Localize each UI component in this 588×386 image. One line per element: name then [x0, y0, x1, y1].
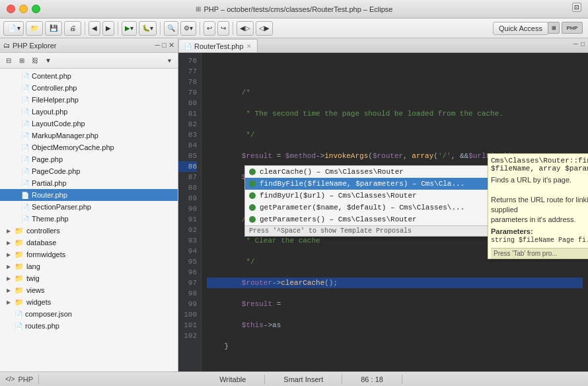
toolbar-btn-nav-next[interactable]: ◁▶ — [256, 21, 273, 36]
ac-dot-icon — [249, 192, 256, 199]
tree-item-controller[interactable]: 📄 Controller.php — [0, 82, 178, 94]
ac-item-findbyurl[interactable]: findByUrl($url) – Cms\Classes\Router — [245, 190, 488, 202]
ac-item-label: clearCache() – Cms\Classes\Router — [260, 168, 404, 176]
maximize-button[interactable] — [32, 5, 40, 13]
tree-menu-btn[interactable]: ▾ — [163, 55, 175, 67]
toolbar-btn-redo[interactable]: ↪ — [217, 21, 229, 36]
file-icon: 📄 — [21, 85, 29, 92]
resize-button[interactable]: ⊡ — [572, 3, 581, 12]
tree-item-label: controllers — [26, 227, 60, 235]
ac-item-label: findByUrl($url) – Cms\Classes\Router — [260, 192, 417, 200]
new-icon: 📄 — [7, 23, 17, 34]
toolbar-sep-5 — [233, 22, 233, 35]
open-icon: 📁 — [29, 23, 40, 34]
panel-minimize-btn[interactable]: ─ — [155, 41, 161, 50]
toolbar-btn-back[interactable]: ◀ — [89, 21, 100, 36]
status-position: 86 : 18 — [361, 375, 383, 383]
toolbar-btn-search[interactable]: 🔍 — [164, 21, 178, 36]
toolbar-btn-settings[interactable]: ⚙▾ — [180, 21, 196, 36]
close-button[interactable] — [7, 5, 15, 13]
code-area[interactable]: 76 77 78 79 80 81 82 83 84 85 86 87 88 8… — [178, 53, 588, 371]
panel-close-btn[interactable]: ✕ — [168, 41, 174, 50]
docs-desc1: Finds a URL by it's page. — [491, 176, 571, 184]
tree-item-label: Page.php — [32, 155, 63, 163]
status-sep-4 — [402, 375, 402, 384]
tree-expand-btn[interactable]: ⊞ — [16, 55, 28, 67]
toolbar-btn-nav-prev[interactable]: ◀▷ — [237, 21, 254, 36]
editor-tab-bar: 📄 RouterTest.php ✕ ─ □ — [178, 38, 588, 53]
toolbar-btn-save[interactable]: 💾 — [45, 21, 62, 36]
tree-item-controllers[interactable]: ▶ 📁 controllers — [0, 225, 178, 237]
tree-item-theme[interactable]: 📄 Theme.php — [0, 213, 178, 225]
tree-item-widgets[interactable]: ▶ 📁 widgets — [0, 296, 178, 308]
folder-icon: 📁 — [15, 227, 24, 235]
expand-icon: ▶ — [7, 299, 15, 305]
title-bar: ⊞ PHP – october/tests/cms/classes/Router… — [0, 0, 588, 19]
status-writable: Writable — [219, 375, 246, 383]
tree-item-pagecode[interactable]: 📄 PageCode.php — [0, 165, 178, 177]
file-icon: 📄 — [21, 156, 29, 163]
expand-icon: ▶ — [7, 288, 15, 293]
tree-item-views[interactable]: ▶ 📁 views — [0, 284, 178, 296]
code-line-87: $result = — [207, 299, 583, 309]
tree-filter-btn[interactable]: ▼ — [42, 55, 54, 67]
tree-item-database[interactable]: ▶ 📁 database — [0, 237, 178, 249]
quick-access-button[interactable]: Quick Access — [493, 22, 548, 35]
tree-item-router[interactable]: 📄 Router.php — [0, 189, 178, 201]
tree-item-filehelper[interactable]: 📄 FileHelper.php — [0, 94, 178, 106]
tree-item-composer[interactable]: 📄 composer.json — [0, 308, 178, 320]
tree-item-lang[interactable]: ▶ 📁 lang — [0, 260, 178, 272]
tree-item-objectmemorycache[interactable]: 📄 ObjectMemoryCache.php — [0, 141, 178, 153]
php-perspective-btn[interactable]: PHP — [562, 22, 583, 34]
status-smart-insert: Smart Insert — [283, 375, 323, 383]
tree-item-layoutcode[interactable]: 📄 LayoutCode.php — [0, 118, 178, 130]
tree-item-markupmanager[interactable]: 📄 MarkupManager.php — [0, 130, 178, 141]
toolbar-btn-undo[interactable]: ↩ — [203, 21, 215, 36]
editor-tab-controls: ─ □ — [573, 40, 585, 48]
tree-item-routes[interactable]: 📄 routes.php — [0, 320, 178, 332]
toolbar-btn-debug[interactable]: 🐛▾ — [139, 21, 157, 36]
file-icon: 📄 — [21, 180, 29, 187]
tree-item-label: formwidgets — [26, 251, 65, 258]
main-area: 🗂 PHP Explorer ─ □ ✕ ⊟ ⊞ ⛓ ▼ ▾ 📄 Content… — [0, 38, 588, 371]
file-icon: 📄 — [21, 168, 29, 175]
editor-tab-routertest[interactable]: 📄 RouterTest.php ✕ — [178, 39, 258, 52]
code-line-79: */ — [207, 130, 583, 140]
tree-item-label: Content.php — [32, 72, 71, 80]
perspective-btn[interactable]: ⊞ — [548, 22, 560, 34]
ac-dot-icon — [249, 169, 256, 175]
panel-maximize-btn[interactable]: □ — [162, 41, 166, 50]
tree-item-label: lang — [26, 262, 40, 270]
editor-max-btn[interactable]: □ — [581, 40, 585, 48]
tree-collapse-all-btn[interactable]: ⊟ — [3, 55, 15, 67]
file-icon: 📄 — [15, 323, 22, 330]
toolbar-btn-open[interactable]: 📁 — [26, 21, 43, 36]
tree-item-partial[interactable]: 📄 Partial.php — [0, 177, 178, 189]
tree-item-sectionparser[interactable]: 📄 SectionParser.php — [0, 201, 178, 213]
tree-item-formwidgets[interactable]: ▶ 📁 formwidgets — [0, 249, 178, 260]
ac-item-getparameter[interactable]: getParameter($name, $default) – Cms\Clas… — [245, 202, 488, 213]
ac-item-findbyfile[interactable]: findByFile($fileName, $parameters) – Cms… — [245, 178, 488, 190]
tree-item-page[interactable]: 📄 Page.php — [0, 153, 178, 165]
file-icon: 📄 — [21, 132, 29, 139]
folder-icon: 📁 — [15, 239, 24, 247]
run-icon: ▶ — [125, 24, 130, 32]
ac-item-clearcache[interactable]: clearCache() – Cms\Classes\Router — [245, 166, 488, 178]
save-icon: 💾 — [48, 23, 59, 34]
code-line-89: } — [207, 341, 583, 352]
panel-header: 🗂 PHP Explorer ─ □ ✕ — [0, 38, 178, 53]
toolbar-btn-new[interactable]: 📄▾ — [3, 21, 24, 36]
toolbar-btn-run[interactable]: ▶▾ — [122, 21, 137, 36]
ac-item-getparameters[interactable]: getParameters() – Cms\Classes\Router — [245, 213, 488, 225]
tree-item-layout[interactable]: 📄 Layout.php — [0, 106, 178, 118]
tree-item-twig[interactable]: ▶ 📁 twig — [0, 272, 178, 284]
tree-item-content[interactable]: 📄 Content.php — [0, 70, 178, 82]
tree-item-label: widgets — [26, 298, 51, 306]
toolbar-btn-print[interactable]: 🖨 — [64, 21, 81, 36]
tree-item-label: LayoutCode.php — [32, 120, 85, 128]
tree-link-btn[interactable]: ⛓ — [29, 55, 41, 67]
toolbar-btn-forward[interactable]: ▶ — [102, 21, 114, 36]
editor-min-btn[interactable]: ─ — [573, 40, 578, 48]
minimize-button[interactable] — [19, 5, 28, 13]
right-panel: 📄 RouterTest.php ✕ ─ □ 76 77 78 79 80 81… — [178, 38, 588, 371]
